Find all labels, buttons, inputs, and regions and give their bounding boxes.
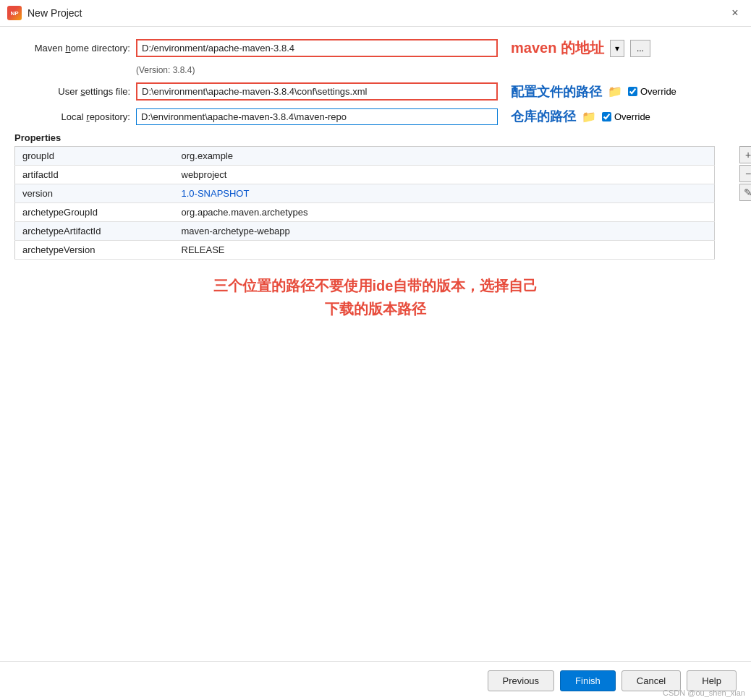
remove-property-button[interactable]: − (739, 165, 751, 182)
user-settings-folder-icon[interactable]: 📁 (608, 85, 622, 98)
edit-property-button[interactable]: ✎ (739, 184, 751, 201)
user-settings-label: User settings file: (14, 86, 130, 97)
table-row: archetypeArtifactIdmaven-archetype-webap… (15, 222, 715, 241)
prop-key: archetypeArtifactId (15, 222, 174, 241)
bottom-bar: Previous Finish Cancel Help (0, 661, 751, 700)
close-button[interactable]: × (726, 4, 744, 22)
prop-key: archetypeVersion (15, 241, 174, 260)
prop-value: org.example (174, 147, 715, 166)
new-project-dialog: NP New Project × Maven home directory: m… (0, 0, 751, 700)
table-row: archetypeVersionRELEASE (15, 241, 715, 260)
previous-button[interactable]: Previous (488, 670, 555, 691)
prop-value: org.apache.maven.archetypes (174, 203, 715, 222)
properties-table: groupIdorg.exampleartifactIdwebprojectve… (14, 146, 715, 260)
version-note: (Version: 3.8.4) (136, 65, 737, 75)
properties-annotation: 三个位置的路径不要使用ide自带的版本，选择自己 下载的版本路径 (14, 260, 737, 335)
maven-home-label: Maven home directory: (14, 43, 130, 54)
local-repo-label: Local repository: (14, 111, 130, 122)
table-row: archetypeGroupIdorg.apache.maven.archety… (15, 203, 715, 222)
user-settings-row: User settings file: 配置文件的路径 📁 Override (14, 82, 737, 101)
prop-value: RELEASE (174, 241, 715, 260)
properties-section: Properties groupIdorg.exampleartifactIdw… (14, 132, 737, 335)
app-icon: NP (7, 6, 22, 20)
add-property-button[interactable]: + (739, 146, 751, 163)
local-repo-annotation: 仓库的路径 (511, 108, 576, 125)
table-row: artifactIdwebproject (15, 166, 715, 184)
maven-annotation: maven 的地址 (511, 38, 604, 58)
user-settings-override: Override (628, 86, 676, 97)
local-repo-override-label: Override (614, 111, 650, 122)
table-row: version1.0-SNAPSHOT (15, 184, 715, 203)
table-row: groupIdorg.example (15, 147, 715, 166)
prop-key: groupId (15, 147, 174, 166)
dialog-title: New Project (27, 7, 721, 19)
user-settings-override-label: Override (640, 86, 676, 97)
dialog-content: Maven home directory: maven 的地址 ▾ ... (V… (0, 27, 751, 661)
table-actions: + − ✎ (739, 146, 751, 201)
local-repo-override: Override (602, 111, 650, 122)
user-settings-override-checkbox[interactable] (628, 87, 637, 96)
local-repo-input[interactable] (136, 108, 498, 125)
local-repo-override-checkbox[interactable] (602, 112, 611, 121)
properties-title: Properties (14, 132, 737, 143)
title-bar: NP New Project × (0, 0, 751, 27)
prop-value: maven-archetype-webapp (174, 222, 715, 241)
properties-container: groupIdorg.exampleartifactIdwebprojectve… (14, 146, 737, 335)
user-settings-annotation: 配置文件的路径 (511, 83, 602, 101)
maven-home-row: Maven home directory: maven 的地址 ▾ ... (14, 38, 737, 58)
watermark: CSDN @ou_shen_xian (663, 688, 745, 697)
prop-key: archetypeGroupId (15, 203, 174, 222)
prop-key: version (15, 184, 174, 203)
maven-home-input[interactable] (136, 39, 498, 57)
user-settings-input[interactable] (136, 82, 498, 101)
maven-home-dropdown[interactable]: ▾ (610, 40, 624, 57)
maven-home-browse[interactable]: ... (630, 40, 650, 57)
prop-value: 1.0-SNAPSHOT (174, 184, 715, 203)
prop-value: webproject (174, 166, 715, 184)
prop-key: artifactId (15, 166, 174, 184)
finish-button[interactable]: Finish (560, 670, 616, 691)
local-repo-folder-icon[interactable]: 📁 (582, 110, 596, 124)
local-repo-row: Local repository: 仓库的路径 📁 Override (14, 108, 737, 125)
